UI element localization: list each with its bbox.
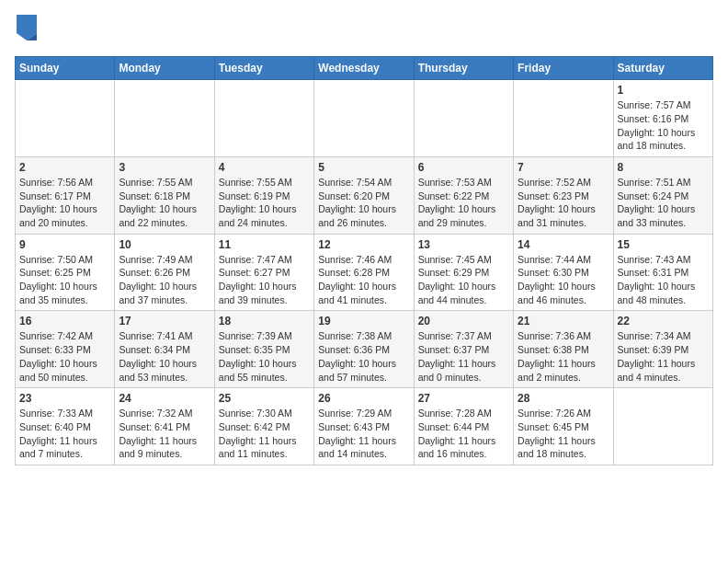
calendar-cell: 18Sunrise: 7:39 AMSunset: 6:35 PMDayligh… <box>214 311 313 388</box>
weekday-header-tuesday: Tuesday <box>214 57 313 80</box>
day-number: 3 <box>119 161 210 174</box>
calendar-cell: 21Sunrise: 7:36 AMSunset: 6:38 PMDayligh… <box>514 311 613 388</box>
calendar-table: SundayMondayTuesdayWednesdayThursdayFrid… <box>15 56 713 465</box>
calendar-cell <box>115 80 214 157</box>
calendar-cell <box>314 80 414 157</box>
day-info: Sunrise: 7:56 AMSunset: 6:17 PMDaylight:… <box>19 176 110 230</box>
day-info: Sunrise: 7:32 AMSunset: 6:41 PMDaylight:… <box>119 407 210 461</box>
calendar-cell <box>514 80 613 157</box>
day-info: Sunrise: 7:29 AMSunset: 6:43 PMDaylight:… <box>318 407 409 461</box>
day-info: Sunrise: 7:51 AMSunset: 6:24 PMDaylight:… <box>618 176 709 230</box>
day-number: 14 <box>518 238 609 251</box>
day-info: Sunrise: 7:39 AMSunset: 6:35 PMDaylight:… <box>219 329 310 384</box>
calendar-cell: 20Sunrise: 7:37 AMSunset: 6:37 PMDayligh… <box>414 311 513 388</box>
calendar-cell: 9Sunrise: 7:50 AMSunset: 6:25 PMDaylight… <box>16 234 115 311</box>
calendar-cell: 15Sunrise: 7:43 AMSunset: 6:31 PMDayligh… <box>613 234 712 311</box>
page-header <box>15 15 713 45</box>
logo-icon <box>17 15 37 40</box>
calendar-cell: 22Sunrise: 7:34 AMSunset: 6:39 PMDayligh… <box>613 311 712 388</box>
day-number: 19 <box>318 315 409 327</box>
calendar-cell: 16Sunrise: 7:42 AMSunset: 6:33 PMDayligh… <box>16 311 115 388</box>
day-number: 21 <box>518 315 609 327</box>
day-number: 9 <box>19 238 110 251</box>
day-info: Sunrise: 7:34 AMSunset: 6:39 PMDaylight:… <box>618 329 709 384</box>
day-number: 5 <box>318 161 409 174</box>
day-number: 27 <box>418 392 509 405</box>
calendar-cell: 12Sunrise: 7:46 AMSunset: 6:28 PMDayligh… <box>314 234 414 311</box>
day-number: 1 <box>618 84 709 97</box>
day-number: 28 <box>518 392 609 405</box>
day-number: 22 <box>618 315 709 327</box>
day-info: Sunrise: 7:38 AMSunset: 6:36 PMDaylight:… <box>318 329 409 384</box>
weekday-header-friday: Friday <box>514 57 613 80</box>
calendar-cell: 4Sunrise: 7:55 AMSunset: 6:19 PMDaylight… <box>214 156 313 234</box>
calendar-cell: 17Sunrise: 7:41 AMSunset: 6:34 PMDayligh… <box>115 311 214 388</box>
weekday-header-wednesday: Wednesday <box>314 57 414 80</box>
day-number: 15 <box>618 238 709 251</box>
day-number: 2 <box>19 161 110 174</box>
day-info: Sunrise: 7:45 AMSunset: 6:29 PMDaylight:… <box>418 253 509 307</box>
calendar-cell: 11Sunrise: 7:47 AMSunset: 6:27 PMDayligh… <box>214 234 313 311</box>
day-number: 13 <box>418 238 509 251</box>
calendar-cell <box>16 80 115 157</box>
day-info: Sunrise: 7:49 AMSunset: 6:26 PMDaylight:… <box>119 253 210 307</box>
calendar-cell: 3Sunrise: 7:55 AMSunset: 6:18 PMDaylight… <box>115 156 214 234</box>
logo <box>15 15 37 45</box>
day-number: 25 <box>219 392 310 405</box>
weekday-header-thursday: Thursday <box>414 57 513 80</box>
calendar-cell: 26Sunrise: 7:29 AMSunset: 6:43 PMDayligh… <box>314 388 414 465</box>
day-number: 6 <box>418 161 509 174</box>
day-number: 10 <box>119 238 210 251</box>
calendar-cell: 10Sunrise: 7:49 AMSunset: 6:26 PMDayligh… <box>115 234 214 311</box>
day-info: Sunrise: 7:37 AMSunset: 6:37 PMDaylight:… <box>418 329 509 384</box>
day-number: 7 <box>518 161 609 174</box>
day-info: Sunrise: 7:42 AMSunset: 6:33 PMDaylight:… <box>19 329 110 384</box>
calendar-cell: 24Sunrise: 7:32 AMSunset: 6:41 PMDayligh… <box>115 388 214 465</box>
day-number: 18 <box>219 315 310 327</box>
calendar-cell: 13Sunrise: 7:45 AMSunset: 6:29 PMDayligh… <box>414 234 513 311</box>
day-info: Sunrise: 7:46 AMSunset: 6:28 PMDaylight:… <box>318 253 409 307</box>
day-info: Sunrise: 7:55 AMSunset: 6:18 PMDaylight:… <box>119 176 210 230</box>
calendar-cell: 14Sunrise: 7:44 AMSunset: 6:30 PMDayligh… <box>514 234 613 311</box>
day-info: Sunrise: 7:50 AMSunset: 6:25 PMDaylight:… <box>19 253 110 307</box>
day-info: Sunrise: 7:36 AMSunset: 6:38 PMDaylight:… <box>518 329 609 384</box>
calendar-cell: 23Sunrise: 7:33 AMSunset: 6:40 PMDayligh… <box>16 388 115 465</box>
day-info: Sunrise: 7:33 AMSunset: 6:40 PMDaylight:… <box>19 407 110 461</box>
day-info: Sunrise: 7:47 AMSunset: 6:27 PMDaylight:… <box>219 253 310 307</box>
weekday-header-monday: Monday <box>115 57 214 80</box>
day-info: Sunrise: 7:54 AMSunset: 6:20 PMDaylight:… <box>318 176 409 230</box>
calendar-cell: 19Sunrise: 7:38 AMSunset: 6:36 PMDayligh… <box>314 311 414 388</box>
day-number: 20 <box>418 315 509 327</box>
calendar-cell <box>414 80 513 157</box>
day-number: 26 <box>318 392 409 405</box>
day-info: Sunrise: 7:30 AMSunset: 6:42 PMDaylight:… <box>219 407 310 461</box>
day-info: Sunrise: 7:55 AMSunset: 6:19 PMDaylight:… <box>219 176 310 230</box>
day-info: Sunrise: 7:52 AMSunset: 6:23 PMDaylight:… <box>518 176 609 230</box>
weekday-header-saturday: Saturday <box>613 57 712 80</box>
weekday-header-sunday: Sunday <box>16 57 115 80</box>
day-info: Sunrise: 7:28 AMSunset: 6:44 PMDaylight:… <box>418 407 509 461</box>
day-number: 11 <box>219 238 310 251</box>
day-number: 16 <box>19 315 110 327</box>
calendar-cell: 25Sunrise: 7:30 AMSunset: 6:42 PMDayligh… <box>214 388 313 465</box>
calendar-cell: 7Sunrise: 7:52 AMSunset: 6:23 PMDaylight… <box>514 156 613 234</box>
day-info: Sunrise: 7:26 AMSunset: 6:45 PMDaylight:… <box>518 407 609 461</box>
calendar-cell <box>214 80 313 157</box>
day-info: Sunrise: 7:41 AMSunset: 6:34 PMDaylight:… <box>119 329 210 384</box>
day-info: Sunrise: 7:43 AMSunset: 6:31 PMDaylight:… <box>618 253 709 307</box>
calendar-cell <box>613 388 712 465</box>
calendar-cell: 6Sunrise: 7:53 AMSunset: 6:22 PMDaylight… <box>414 156 513 234</box>
day-number: 24 <box>119 392 210 405</box>
calendar-cell: 2Sunrise: 7:56 AMSunset: 6:17 PMDaylight… <box>16 156 115 234</box>
day-number: 23 <box>19 392 110 405</box>
calendar-cell: 8Sunrise: 7:51 AMSunset: 6:24 PMDaylight… <box>613 156 712 234</box>
day-number: 17 <box>119 315 210 327</box>
day-info: Sunrise: 7:57 AMSunset: 6:16 PMDaylight:… <box>618 98 709 153</box>
calendar-cell: 1Sunrise: 7:57 AMSunset: 6:16 PMDaylight… <box>613 80 712 157</box>
day-number: 12 <box>318 238 409 251</box>
calendar-cell: 28Sunrise: 7:26 AMSunset: 6:45 PMDayligh… <box>514 388 613 465</box>
calendar-cell: 5Sunrise: 7:54 AMSunset: 6:20 PMDaylight… <box>314 156 414 234</box>
calendar-cell: 27Sunrise: 7:28 AMSunset: 6:44 PMDayligh… <box>414 388 513 465</box>
day-info: Sunrise: 7:53 AMSunset: 6:22 PMDaylight:… <box>418 176 509 230</box>
day-number: 8 <box>618 161 709 174</box>
